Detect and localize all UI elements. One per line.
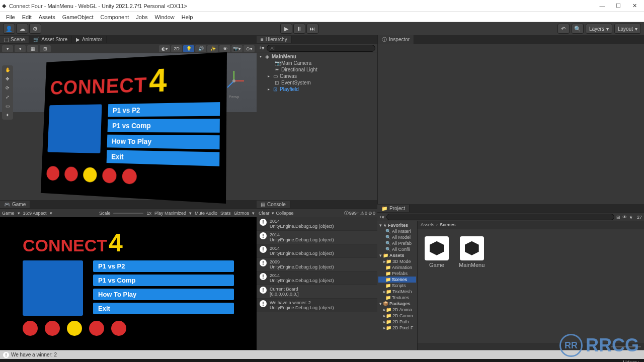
rect-tool[interactable]: ▭	[2, 102, 13, 111]
game-btn-howtoplay[interactable]: How To Play	[93, 289, 234, 300]
console-info-count[interactable]: 999+	[349, 211, 359, 216]
project-asset-scenes[interactable]: 📁Scenes	[378, 277, 416, 283]
play-button[interactable]: ▶	[280, 24, 292, 34]
project-eye-icon[interactable]: 👁	[622, 215, 627, 220]
project-pkg-item[interactable]: ▸📁2D Comm	[378, 313, 416, 319]
hierarchy-item-playfield[interactable]: ▸⊡Playfield	[259, 86, 375, 93]
hierarchy-item-light[interactable]: ☀Directional Light	[259, 66, 375, 73]
scene-2d-toggle[interactable]: 2D	[171, 45, 182, 52]
project-asset-item[interactable]: ▸📁3D Mode	[378, 258, 416, 264]
project-search[interactable]	[386, 214, 614, 220]
project-filter-icon[interactable]: ⊞	[616, 215, 620, 220]
cloud-icon[interactable]: ☁	[16, 24, 28, 34]
scene-grid-toggle[interactable]: ▦	[27, 45, 38, 52]
game-stats[interactable]: Stats	[220, 211, 231, 216]
project-asset-item[interactable]: 📁Textures	[378, 295, 416, 301]
menu-jobs[interactable]: Jobs	[133, 13, 150, 21]
project-add-button[interactable]: +▾	[379, 215, 384, 220]
pause-button[interactable]: ⏸	[293, 24, 305, 34]
settings-icon[interactable]: ⚙	[29, 24, 41, 34]
project-asset-item[interactable]: 📁Animation	[378, 264, 416, 270]
project-fav-item[interactable]: 🔍All Model	[378, 234, 416, 240]
tab-animator[interactable]: ▶ Animator	[72, 36, 107, 43]
menu-component[interactable]: Component	[97, 13, 132, 21]
project-asset-item[interactable]: 📁Prefabs	[378, 270, 416, 277]
move-tool[interactable]: ✥	[2, 74, 13, 83]
window-close-button[interactable]: ✕	[627, 1, 642, 11]
console-err-count[interactable]: 0	[373, 211, 375, 216]
project-packages[interactable]: ▾📦Packages	[378, 301, 416, 307]
console-warn-count[interactable]: 0	[365, 211, 367, 216]
hierarchy-add-button[interactable]: +▾	[259, 45, 265, 51]
menu-edit[interactable]: Edit	[19, 13, 35, 21]
game-aspect-dropdown[interactable]: 16:9 Aspect	[23, 211, 47, 216]
scene-audio-toggle[interactable]: 🔊	[195, 45, 206, 52]
hierarchy-item-camera[interactable]: 📷Main Camera	[259, 60, 375, 66]
scale-tool[interactable]: ⤢	[2, 93, 13, 102]
transform-tool[interactable]: ✦	[2, 111, 13, 120]
scene-fx-toggle[interactable]: ✨	[207, 45, 218, 52]
game-play-maximized[interactable]: Play Maximized	[154, 211, 186, 216]
project-fav-item[interactable]: 🔍All Confli	[378, 246, 416, 252]
scene-snap-toggle[interactable]: ⊞	[40, 45, 51, 52]
project-pkg-item[interactable]: ▸📁2D Anima	[378, 307, 416, 313]
hierarchy-search[interactable]	[267, 45, 375, 52]
console-entry[interactable]: !We have a winner: 2UnityEngine.Debug:Lo…	[257, 299, 377, 312]
project-tree[interactable]: ▾★Favorites 🔍All Materi 🔍All Model 🔍All …	[377, 221, 418, 350]
scene-hidden-toggle[interactable]: 👁	[219, 45, 230, 52]
undo-history-icon[interactable]: ↶	[557, 24, 570, 34]
hierarchy-scene[interactable]: ▾◈MainMenu	[259, 53, 375, 60]
menu-window[interactable]: Window	[152, 13, 178, 21]
project-favorites[interactable]: ▾★Favorites	[378, 222, 416, 228]
project-star-icon[interactable]: ★	[629, 215, 633, 220]
tab-console[interactable]: ▤ Console	[257, 201, 290, 208]
project-item-game[interactable]: Game	[425, 236, 449, 268]
console-entry[interactable]: !2014UnityEngine.Debug:Log (object)	[257, 272, 377, 285]
tab-project[interactable]: 📁 Project	[377, 205, 410, 212]
project-assets[interactable]: ▾📁Assets	[378, 252, 416, 258]
game-mute-audio[interactable]: Mute Audio	[195, 211, 217, 216]
menu-help[interactable]: Help	[179, 13, 196, 21]
scene-local-dropdown[interactable]: ▾	[15, 45, 26, 52]
project-thumb-slider[interactable]	[611, 346, 641, 347]
project-fav-item[interactable]: 🔍All Materi	[378, 228, 416, 234]
scene-shading-dropdown[interactable]: ◐▾	[159, 45, 170, 52]
tab-scene[interactable]: ⬚ Scene	[0, 36, 29, 43]
console-entry[interactable]: !2009UnityEngine.Debug:Log (object)	[257, 258, 377, 272]
game-btn-p1vsp2[interactable]: P1 vs P2	[93, 260, 234, 272]
tab-hierarchy[interactable]: ≡ Hierarchy	[257, 36, 292, 43]
scene-camera-dropdown[interactable]: 📷▾	[231, 45, 243, 52]
tab-inspector[interactable]: ⓘ Inspector	[378, 35, 414, 44]
game-canvas[interactable]: CONNECT 4 P1 vs P2 P1 vs Comp How To Pla…	[0, 217, 257, 350]
project-pkg-item[interactable]: ▸📁2D Path	[378, 319, 416, 325]
console-entry[interactable]: !2014UnityEngine.Debug:Log (object)	[257, 217, 377, 231]
scene-gizmos-dropdown[interactable]: ⊙▾	[244, 45, 255, 52]
menu-gameobject[interactable]: GameObject	[59, 13, 97, 21]
account-icon[interactable]: 👤	[3, 24, 15, 34]
scene-canvas[interactable]: ✋ ✥ ⟳ ⤢ ▭ ✦ CONNECT 4 P1 vs P2	[0, 53, 257, 200]
menu-file[interactable]: File	[3, 13, 18, 21]
tab-asset-store[interactable]: 🛒 Asset Store	[29, 36, 72, 43]
scene-pivot-dropdown[interactable]: ▾	[2, 45, 13, 52]
scene-view[interactable]: ▾ ▾ ▦ ⊞ ◐▾ 2D 💡 🔊 ✨ 👁 📷▾ ⊙▾ ✋ ✥ ⟳	[0, 44, 257, 200]
game-display-dropdown[interactable]: Game	[2, 211, 15, 216]
game-gizmos[interactable]: Gizmos	[233, 211, 249, 216]
layout-dropdown[interactable]: Layout ▾	[614, 24, 641, 34]
game-btn-exit[interactable]: Exit	[93, 303, 234, 314]
console-collapse[interactable]: Collapse	[276, 211, 294, 216]
rotate-tool[interactable]: ⟳	[2, 83, 13, 93]
orientation-gizmo[interactable]: Persp	[221, 68, 247, 94]
console-entry[interactable]: !Current Board[0,0,0,0,0,0,0,]	[257, 285, 377, 299]
view-tool[interactable]: ✋	[2, 65, 13, 74]
project-fav-item[interactable]: 🔍All Prefab	[378, 240, 416, 246]
window-maximize-button[interactable]: ☐	[611, 1, 626, 11]
project-item-mainmenu[interactable]: MainMenu	[459, 236, 485, 268]
hierarchy-item-canvas[interactable]: ▸▭Canvas	[259, 73, 375, 79]
project-asset-item[interactable]: 📁Scripts	[378, 283, 416, 289]
console-entry[interactable]: !2014UnityEngine.Debug:Log (object)	[257, 231, 377, 244]
menu-assets[interactable]: Assets	[36, 13, 58, 21]
game-btn-p1vscomp[interactable]: P1 vs Comp	[93, 275, 234, 286]
tab-game[interactable]: 🎮 Game	[0, 201, 30, 208]
hierarchy-item-eventsystem[interactable]: ⊡EventSystem	[259, 79, 375, 86]
project-breadcrumb[interactable]: Assets › Scenes	[418, 221, 644, 229]
